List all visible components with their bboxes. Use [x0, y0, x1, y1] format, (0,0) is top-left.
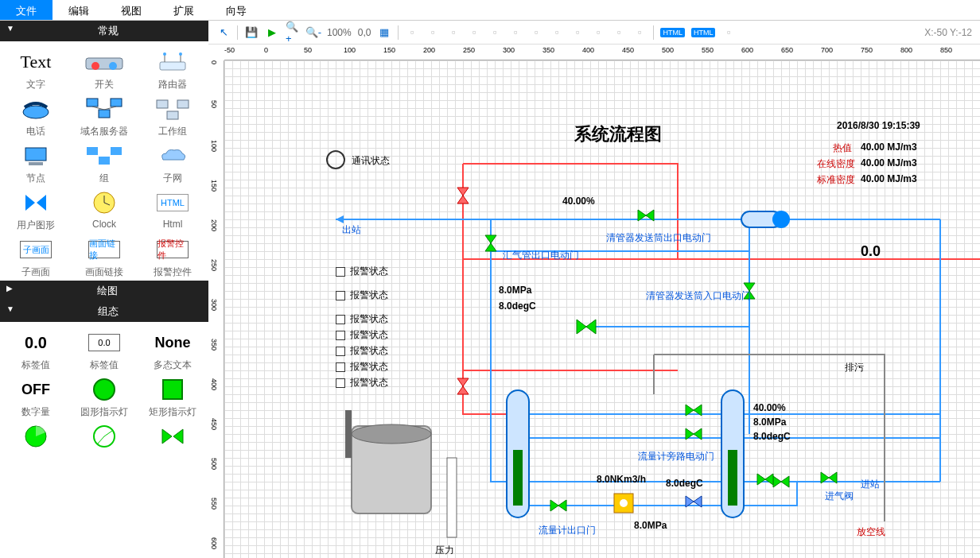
svg-marker-58 — [485, 243, 496, 251]
grid-icon[interactable]: ▦ — [377, 25, 391, 40]
tagval-icon: 0.0 — [25, 334, 47, 352]
svg-marker-48 — [586, 320, 596, 334]
alarm-cb-2[interactable]: 报警状态 — [336, 289, 388, 302]
pal-dns[interactable]: 域名服务器 — [72, 95, 137, 140]
alarm-cb-5[interactable]: 报警状态 — [336, 344, 388, 358]
align-3[interactable]: ▫ — [446, 25, 461, 40]
pal-text[interactable]: Text文字 — [3, 48, 68, 93]
pal-switch-label: 开关 — [95, 78, 114, 91]
menu-ext[interactable]: 扩展 — [158, 0, 210, 20]
panel-config-header[interactable]: ▼组态 — [0, 301, 208, 322]
align-6[interactable]: ▫ — [508, 25, 523, 40]
panel-draw-header[interactable]: ▶绘图 — [0, 281, 208, 301]
svg-marker-43 — [773, 476, 781, 487]
svg-line-32 — [98, 436, 104, 444]
svg-marker-49 — [757, 474, 765, 485]
zoom-in-icon[interactable]: 🔍+ — [286, 25, 300, 40]
alarm-cb-1[interactable]: 报警状态 — [336, 265, 388, 278]
bowtie-icon — [24, 192, 48, 214]
cfg-pie1[interactable] — [3, 422, 68, 451]
html-badge-2[interactable]: HTML — [691, 28, 716, 37]
alarmctl-btn: 报警控件 — [157, 241, 189, 258]
pal-phone[interactable]: 电话 — [3, 95, 68, 140]
align-11[interactable]: ▫ — [612, 25, 626, 40]
svg-point-69 — [620, 499, 628, 507]
svg-rect-16 — [167, 111, 178, 119]
align-12[interactable]: ▫ — [632, 25, 647, 40]
cfg-rectind[interactable]: 矩形指示灯 — [140, 375, 205, 420]
alarm-cb-6[interactable]: 报警状态 — [336, 360, 388, 374]
svg-marker-55 — [457, 378, 469, 386]
menu-view[interactable]: 视图 — [105, 0, 158, 20]
alarm-cb-4[interactable]: 报警状态 — [336, 328, 388, 342]
svg-marker-44 — [781, 476, 789, 487]
pal-clock[interactable]: Clock — [72, 188, 137, 234]
heat-label: 热值 — [833, 141, 852, 155]
switch-icon — [84, 52, 124, 72]
t3-value: 8.0degC — [666, 478, 703, 489]
svg-rect-73 — [447, 458, 457, 537]
cfg-multi[interactable]: None多态文本 — [140, 328, 205, 374]
sdens-value: 40.00 MJ/m3 — [861, 173, 917, 184]
panel-common-header[interactable]: ▼常规 — [0, 21, 208, 41]
pal-workgroup-label: 工作组 — [158, 125, 187, 138]
odens-label: 在线密度 — [817, 157, 855, 171]
chevron-down-icon: ▼ — [6, 304, 14, 319]
tagval2-icon: 0.0 — [88, 334, 120, 351]
pal-html-label: Html — [163, 219, 183, 230]
tb-misc[interactable]: ▫ — [721, 25, 736, 40]
pointer-icon[interactable]: ↖ — [216, 25, 231, 40]
align-4[interactable]: ▫ — [467, 25, 481, 40]
zoom-out-icon[interactable]: 🔍- — [306, 25, 321, 40]
svg-marker-22 — [25, 195, 35, 211]
pal-node[interactable]: 节点 — [3, 141, 68, 187]
pal-usergfx[interactable]: 用户图形 — [3, 188, 68, 234]
alarm-cb-7[interactable]: 报警状态 — [336, 376, 388, 389]
pal-html[interactable]: HTMLHtml — [140, 188, 205, 234]
align-10[interactable]: ▫ — [591, 25, 605, 40]
drain-label: 排污 — [845, 361, 864, 374]
cfg-circind[interactable]: 圆形指示灯 — [72, 375, 137, 420]
align-5[interactable]: ▫ — [488, 25, 502, 40]
pct-value: 40.00% — [562, 196, 595, 207]
cfg-digital[interactable]: OFF数字量 — [3, 375, 68, 420]
ruler-vertical: 050100150200250300350400450500550600 — [208, 60, 224, 558]
router-icon — [157, 51, 189, 73]
align-2[interactable]: ▫ — [426, 25, 440, 40]
html-badge-1[interactable]: HTML — [660, 28, 685, 37]
pal-subnet[interactable]: 子网 — [140, 141, 205, 187]
p1-value: 8.0MPa — [499, 285, 531, 296]
cfg-tagval2[interactable]: 0.0标签值 — [72, 328, 137, 374]
align-7[interactable]: ▫ — [529, 25, 543, 40]
cfg-pie2[interactable] — [72, 422, 137, 451]
cloud-icon — [157, 145, 189, 166]
svg-line-31 — [104, 431, 112, 436]
pal-router[interactable]: 路由器 — [140, 48, 205, 93]
comm-label: 通讯状态 — [352, 154, 390, 168]
cfg-tagval[interactable]: 0.0标签值 — [3, 328, 68, 374]
pal-group[interactable]: 组 — [72, 141, 137, 187]
canvas[interactable]: 系统流程图 2016/8/30 19:15:39 热值 40.00 MJ/m3 … — [224, 60, 980, 558]
svg-marker-74 — [336, 215, 344, 223]
circle-indicator-icon — [92, 378, 116, 401]
menu-edit[interactable]: 编辑 — [52, 0, 105, 20]
alarm-cb-3[interactable]: 报警状态 — [336, 312, 388, 326]
menu-file[interactable]: 文件 — [0, 0, 52, 20]
cfg-multi-label: 多态文本 — [154, 358, 192, 372]
align-9[interactable]: ▫ — [570, 25, 585, 40]
pal-piclink[interactable]: 画面链接画面链接 — [72, 235, 137, 281]
pal-switch[interactable]: 开关 — [72, 48, 137, 93]
pal-alarmctl[interactable]: 报警控件报警控件 — [140, 235, 205, 281]
pal-workgroup[interactable]: 工作组 — [140, 95, 205, 140]
menu-guide[interactable]: 向导 — [210, 0, 262, 20]
cfg-valve[interactable] — [140, 422, 205, 451]
ingate-label: 进气阀 — [825, 490, 854, 503]
svg-marker-53 — [457, 188, 469, 196]
save-icon[interactable]: 💾 — [244, 25, 259, 40]
align-8[interactable]: ▫ — [550, 25, 564, 40]
align-1[interactable]: ▫ — [405, 25, 419, 40]
pal-subpic[interactable]: 子画面子画面 — [3, 235, 68, 281]
rect-indicator-icon — [161, 378, 184, 401]
pie1-icon — [24, 424, 48, 448]
play-icon[interactable]: ▶ — [265, 25, 279, 40]
